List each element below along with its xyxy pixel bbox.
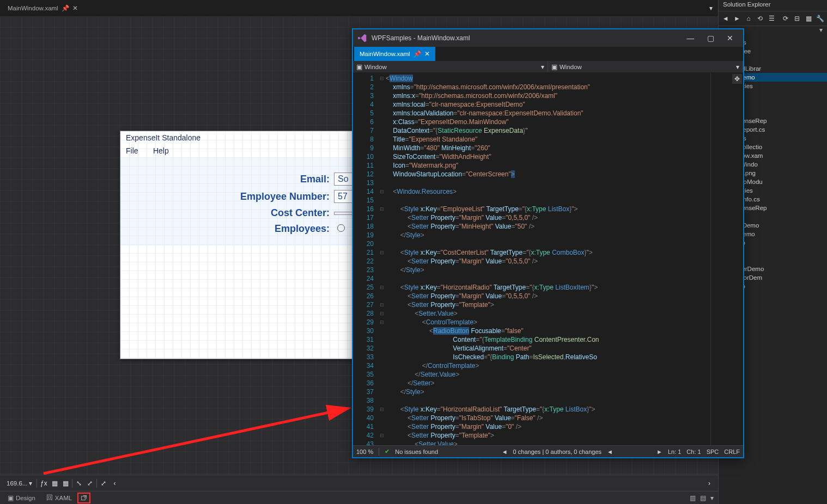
status-line[interactable]: Ln: 1 xyxy=(668,448,681,455)
status-issues[interactable]: No issues found xyxy=(395,448,438,455)
svg-rect-1 xyxy=(82,496,86,500)
forward-icon[interactable]: ► xyxy=(732,14,741,23)
code-minimap[interactable]: ✥ xyxy=(710,73,743,445)
sync-icon[interactable]: ⟲ xyxy=(756,14,765,23)
grid2-icon[interactable]: ▦ xyxy=(60,478,71,489)
status-spc[interactable]: SPC xyxy=(707,448,719,455)
menu-file[interactable]: File xyxy=(126,146,138,155)
pin-icon[interactable]: 📌 xyxy=(414,50,421,58)
refresh-icon[interactable]: ⟳ xyxy=(781,14,790,23)
radio-icon[interactable] xyxy=(337,224,345,232)
status-crlf[interactable]: CRLF xyxy=(724,448,740,455)
snap-icon[interactable]: ⤡ xyxy=(74,478,84,489)
check-icon: ✔ xyxy=(385,448,390,455)
float-titlebar[interactable]: WPFSamples - MainWindow.xaml ― ▢ ✕ xyxy=(353,29,743,47)
status-col[interactable]: Ch: 1 xyxy=(686,448,701,455)
document-tab-strip: MainWindow.xaml 📌 ✕ ▾ xyxy=(0,0,718,16)
editor-status-bar: 100 % ✔ No issues found ◄ 0 changes | 0 … xyxy=(353,445,743,457)
maximize-icon[interactable]: ▢ xyxy=(702,34,720,42)
code-text[interactable]: <Window xmlns="http://schemas.microsoft.… xyxy=(386,73,710,445)
label-empnum: Employee Number: xyxy=(127,191,334,202)
label-email: Email: xyxy=(127,174,334,185)
close-icon[interactable]: ✕ xyxy=(424,50,430,58)
tab-xaml[interactable]: 回 XAML xyxy=(41,493,77,503)
line-number-gutter: 1234567891011121314151617181920212223242… xyxy=(353,73,378,445)
svg-line-0 xyxy=(44,408,349,474)
tab-label: MainWindow.xaml xyxy=(8,5,58,11)
status-changes[interactable]: 0 changes | 0 authors, 0 changes xyxy=(513,448,601,455)
solution-explorer-title: Solution Explorer xyxy=(719,0,827,11)
status-zoom[interactable]: 100 % xyxy=(356,448,373,455)
split-vertical-icon[interactable]: ▤ xyxy=(698,493,708,503)
scope-dropdown-left[interactable]: ▣ Window▾ xyxy=(353,61,548,72)
collapse-icon[interactable]: ⊟ xyxy=(792,14,801,23)
label-employees: Employees: xyxy=(127,223,334,235)
tab-overflow-dropdown[interactable]: ▾ xyxy=(706,4,716,12)
snap2-icon[interactable]: ⤢ xyxy=(84,478,95,489)
home-icon[interactable]: ⌂ xyxy=(744,14,753,23)
chev-right-icon[interactable]: ► xyxy=(656,448,662,455)
tab-mainwindow[interactable]: MainWindow.xaml 📌 ✕ xyxy=(2,2,83,14)
menu-help[interactable]: Help xyxy=(153,146,169,155)
float-tab-label: MainWindow.xaml xyxy=(360,51,410,57)
chev-right-icon[interactable]: › xyxy=(704,478,715,489)
annotation-arrow xyxy=(27,370,365,475)
floating-code-window[interactable]: WPFSamples - MainWindow.xaml ― ▢ ✕ MainW… xyxy=(352,28,744,458)
solution-toolbar: ◄ ► ⌂ ⟲ ☰ ⟳ ⊟ ▦ 🔧 xyxy=(719,11,827,26)
tab-design[interactable]: ▣ Design xyxy=(2,493,41,503)
chev-left2-icon[interactable]: ◄ xyxy=(607,448,613,455)
properties-icon[interactable]: 🔧 xyxy=(816,14,825,23)
design-xaml-tabs: ▣ Design 回 XAML ▥ ▤ ▾ xyxy=(0,491,718,504)
fold-gutter[interactable]: ⊟⊟⊟⊟⊟⊟⊟⊟⊟⊟ xyxy=(378,73,386,445)
minimap-expand-icon[interactable]: ✥ xyxy=(732,74,742,84)
split-horizontal-icon[interactable]: ▥ xyxy=(688,493,698,503)
visual-studio-icon xyxy=(357,33,367,43)
chev-left-icon[interactable]: ‹ xyxy=(109,478,120,489)
expand-icon[interactable]: ⤢ xyxy=(98,478,109,489)
float-title: WPFSamples - MainWindow.xaml xyxy=(372,34,681,42)
fx-icon[interactable]: ƒx xyxy=(38,478,49,489)
code-editor[interactable]: 1234567891011121314151617181920212223242… xyxy=(353,73,743,445)
float-tab-mainwindow[interactable]: MainWindow.xaml 📌 ✕ xyxy=(354,47,435,61)
minimize-icon[interactable]: ― xyxy=(681,34,700,42)
filter-icon[interactable]: ☰ xyxy=(767,14,776,23)
label-costcenter: Cost Center: xyxy=(127,207,334,219)
chev-left-icon[interactable]: ◄ xyxy=(502,448,508,455)
showall-icon[interactable]: ▦ xyxy=(804,14,813,23)
grid-icon[interactable]: ▦ xyxy=(49,478,60,489)
popout-icon xyxy=(81,495,87,501)
popout-xaml-button[interactable] xyxy=(77,493,90,503)
designer-zoom-toolbar: 169.6... ▾ ƒx ▦ ▦ ⤡ ⤢ ⤢ ‹ › xyxy=(0,475,718,491)
pin-icon[interactable]: 📌 xyxy=(62,4,69,12)
collapse-pane-icon[interactable]: ▾ xyxy=(708,493,716,503)
scope-dropdown-right[interactable]: ▣ Window▾ xyxy=(548,61,743,72)
close-icon[interactable]: ✕ xyxy=(721,34,739,42)
back-icon[interactable]: ◄ xyxy=(721,14,730,23)
float-tabs: MainWindow.xaml 📌 ✕ xyxy=(353,47,743,61)
input-employees[interactable] xyxy=(334,223,351,235)
zoom-level[interactable]: 169.6... ▾ xyxy=(3,478,35,488)
close-icon[interactable]: ✕ xyxy=(72,4,78,12)
